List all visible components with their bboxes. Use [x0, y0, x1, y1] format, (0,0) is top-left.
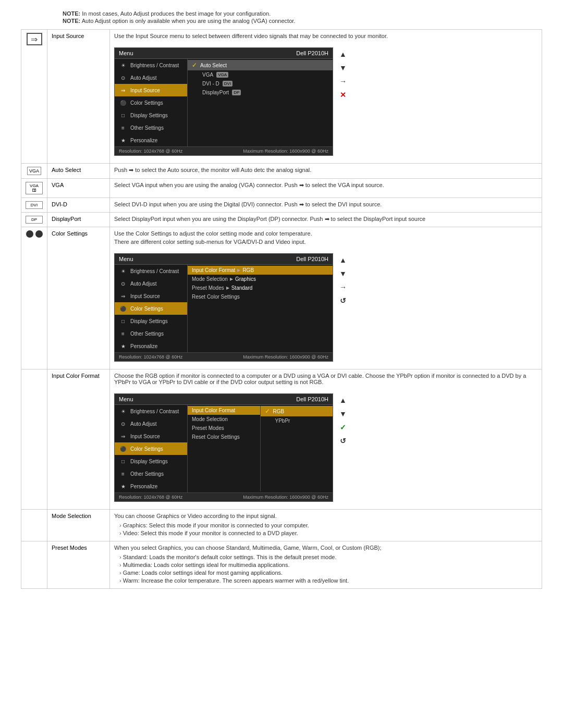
nav-back-2[interactable]: ↺: [337, 295, 349, 306]
osd-item-input-2[interactable]: ⇒ Input Source: [115, 290, 187, 302]
osd-item-person-2[interactable]: ★ Personalize: [115, 340, 187, 352]
osd-mode-selection[interactable]: Mode Selection ▶ Graphics: [188, 275, 333, 283]
color-icon-1: ⚫: [119, 98, 127, 107]
osd-item-display-1[interactable]: □ Display Settings: [115, 109, 187, 121]
osd-reset-3[interactable]: Reset Color Settings: [188, 433, 260, 441]
dvi-icon: DVI: [26, 201, 43, 209]
note-1: NOTE: In most cases, Auto Adjust produce…: [63, 10, 542, 17]
input-icon-1: ⇒: [119, 86, 127, 94]
osd-item-other-1[interactable]: ≡ Other Settings: [115, 121, 187, 134]
osd-ypbpr-option[interactable]: YPbPr: [261, 416, 333, 425]
content-table: ⇒ Input Source Use the Input Source menu…: [21, 29, 542, 589]
brightness-icon-2: ☀: [119, 267, 127, 275]
color-settings-content: Use the Color Settings to adjust the col…: [110, 227, 542, 369]
auto-select-icon-cell: VGA: [21, 164, 47, 179]
input-source-icon: ⇒: [27, 33, 42, 45]
nav-back-3[interactable]: ↺: [337, 435, 349, 447]
osd-item-input-1[interactable]: ⇒ Input Source: [115, 84, 187, 96]
osd-item-brightness-1[interactable]: ☀ Brightness / Contrast: [115, 59, 187, 71]
osd-item-input-3[interactable]: ⇒ Input Source: [115, 430, 187, 442]
osd-nav-1: ▲ ▼ → ✕: [337, 48, 349, 101]
osd-right-3: Input Color Format Mode Selection Preset…: [188, 405, 333, 492]
nav-check-3[interactable]: ✓: [337, 422, 349, 433]
vga-desc: Select VGA input when you are using the …: [110, 179, 542, 198]
dvi-row: DVI DVI-D Select DVI-D input when you ar…: [21, 198, 542, 213]
brightness-icon-1: ☀: [119, 61, 127, 69]
nav-up-2[interactable]: ▲: [337, 254, 349, 266]
osd-nav-3: ▲ ▼ ✓ ↺: [337, 394, 349, 447]
osd-header-1: Menu Dell P2010H: [115, 48, 333, 59]
nav-down-1[interactable]: ▼: [337, 62, 349, 73]
osd-item-person-3[interactable]: ★ Personalize: [115, 480, 187, 492]
osd-left-1: ☀ Brightness / Contrast ⊙ Auto Adjust ⇒ …: [115, 59, 188, 146]
osd-input-color-format[interactable]: Input Color Format ▶ RGB: [188, 266, 333, 275]
dp-icon-cell: DP: [21, 213, 47, 227]
color-icon-3: ⚫: [119, 445, 127, 453]
osd-right-2: Input Color Format ▶ RGB Mode Selection …: [188, 265, 333, 352]
dvi-icon-cell: DVI: [21, 198, 47, 213]
other-icon-1: ≡: [119, 124, 127, 132]
osd-preset-3[interactable]: Preset Modes: [188, 424, 260, 433]
mode-selection-row: Mode Selection You can choose Graphics o…: [21, 510, 542, 541]
preset-modes-row: Preset Modes When you select Graphics, y…: [21, 541, 542, 589]
mode-label: Mode Selection: [47, 510, 110, 541]
osd-item-auto-3[interactable]: ⊙ Auto Adjust: [115, 417, 187, 430]
osd-item-color-1[interactable]: ⚫ Color Settings: [115, 96, 187, 109]
osd-auto-select[interactable]: ✓ Auto Select: [188, 60, 333, 70]
osd-mode-sel-3[interactable]: Mode Selection: [188, 415, 260, 424]
color-settings-osd: Menu Dell P2010H ☀ Brightness / Contrast: [114, 253, 333, 362]
mode-bullets: Graphics: Select this mode if your monit…: [114, 522, 537, 536]
input-icon-2: ⇒: [119, 292, 127, 300]
dp-icon: DP: [26, 216, 43, 224]
osd-brand-1: Dell P2010H: [296, 50, 328, 56]
dvi-desc: Select DVI-D input when you are using th…: [110, 198, 542, 213]
input-source-description: Use the Input Source menu to select betw…: [114, 33, 537, 39]
osd-item-brightness-2[interactable]: ☀ Brightness / Contrast: [115, 265, 187, 277]
osd-displayport[interactable]: DisplayPort DP: [188, 88, 333, 97]
osd-reset-color[interactable]: Reset Color Settings: [188, 292, 333, 301]
osd-body-2: ☀ Brightness / Contrast ⊙ Auto Adjust ⇒ …: [115, 265, 333, 352]
osd-item-other-3[interactable]: ≡ Other Settings: [115, 467, 187, 480]
input-source-icon-cell: ⇒: [21, 30, 47, 164]
dp-row: DP DisplayPort Select DisplayPort input …: [21, 213, 542, 227]
nav-right-1[interactable]: →: [337, 76, 349, 87]
icf-description: Choose the RGB option if monitor is conn…: [114, 373, 537, 385]
color-settings-icon: [26, 230, 43, 238]
osd-item-brightness-3[interactable]: ☀ Brightness / Contrast: [115, 405, 187, 417]
color-settings-icon-cell: [21, 227, 47, 369]
icf-osd-wrapper: Menu Dell P2010H ☀ Brightness / Contrast: [114, 389, 537, 506]
osd-footer-3: Resolution: 1024x768 @ 60Hz Maximum Reso…: [115, 492, 333, 501]
osd-preset-modes[interactable]: Preset Modes ▶ Standard: [188, 283, 333, 292]
osd-item-other-2[interactable]: ≡ Other Settings: [115, 327, 187, 340]
dp-connector: DP: [232, 90, 241, 95]
person-icon-3: ★: [119, 482, 127, 490]
osd-footer-1: Resolution: 1024x768 @ 60Hz Maximum Reso…: [115, 146, 333, 155]
osd-item-color-3[interactable]: ⚫ Color Settings: [115, 442, 187, 455]
nav-up-1[interactable]: ▲: [337, 48, 349, 60]
nav-right-2[interactable]: →: [337, 281, 349, 293]
osd-max-res-3: Maximum Resolution: 1600x900 @ 60Hz: [243, 495, 328, 500]
osd-item-person-1[interactable]: ★ Personalize: [115, 134, 187, 146]
osd-item-auto-2[interactable]: ⊙ Auto Adjust: [115, 277, 187, 290]
nav-exit-1[interactable]: ✕: [337, 89, 349, 101]
osd-item-display-3[interactable]: □ Display Settings: [115, 455, 187, 467]
mode-content: You can choose Graphics or Video accordi…: [110, 510, 542, 541]
osd-rgb-option[interactable]: ✓ RGB: [261, 406, 333, 416]
nav-up-3[interactable]: ▲: [337, 394, 349, 406]
icf-label: Input Color Format: [47, 369, 110, 510]
osd-item-display-2[interactable]: □ Display Settings: [115, 315, 187, 327]
dvi-label: DVI-D: [47, 198, 110, 213]
display-icon-1: □: [119, 111, 127, 119]
osd-item-color-2[interactable]: ⚫ Color Settings: [115, 302, 187, 315]
auto-select-icon: VGA: [26, 167, 43, 175]
nav-down-2[interactable]: ▼: [337, 268, 349, 279]
osd-dvi-d[interactable]: DVI - D DVI: [188, 79, 333, 88]
vga-icon: VGA⚿: [26, 182, 43, 194]
preset-desc: When you select Graphics, you can choose…: [114, 545, 537, 551]
osd-item-auto-1[interactable]: ⊙ Auto Adjust: [115, 71, 187, 84]
preset-bullet-1: Standard: Loads the monitor's default co…: [119, 554, 537, 560]
osd-vga[interactable]: VGA VGA: [188, 70, 333, 79]
nav-down-3[interactable]: ▼: [337, 408, 349, 419]
display-icon-2: □: [119, 317, 127, 325]
osd-icf-label[interactable]: Input Color Format: [188, 406, 260, 415]
